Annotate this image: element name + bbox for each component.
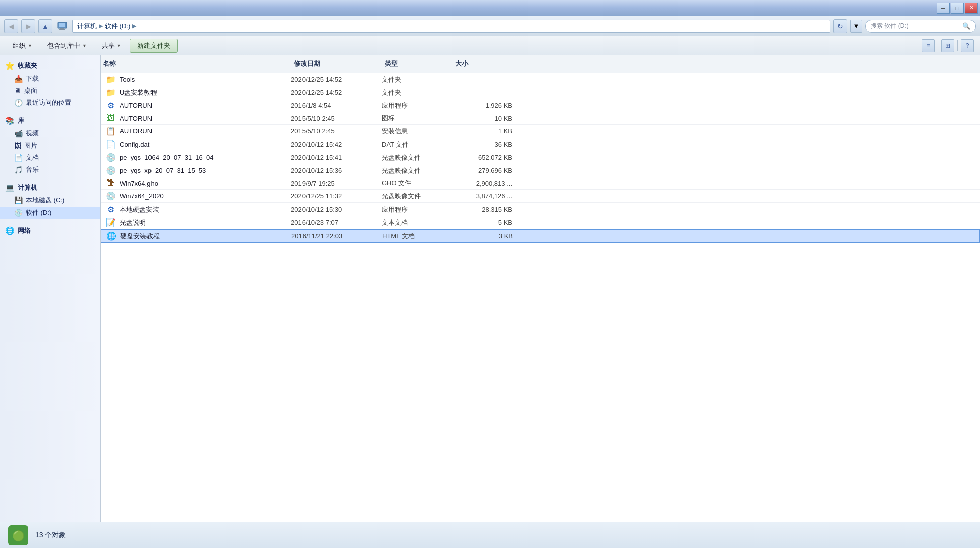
breadcrumb[interactable]: 计算机 ▶ 软件 (D:) ▶ (72, 20, 830, 33)
new-folder-button[interactable]: 新建文件夹 (130, 39, 178, 53)
maximize-button[interactable]: □ (951, 3, 964, 14)
file-size: 36 KB (452, 141, 522, 148)
sidebar-section-network: 🌐 网络 (0, 224, 100, 237)
help-button[interactable]: ? (961, 39, 974, 52)
sidebar-item-desktop[interactable]: 🖥 桌面 (0, 85, 100, 97)
desktop-icon: 🖥 (14, 87, 21, 95)
minimize-button[interactable]: ─ (937, 3, 950, 14)
table-row[interactable]: ⚙ 本地硬盘安装 2020/10/12 15:30 应用程序 28,315 KB (101, 203, 980, 216)
file-icon: ⚙ (105, 204, 117, 214)
sidebar-header-network[interactable]: 🌐 网络 (0, 224, 100, 237)
file-type: 文件夹 (382, 75, 452, 84)
file-name: U盘安装教程 (120, 88, 291, 97)
file-date: 2020/12/25 11:32 (291, 192, 382, 200)
table-row[interactable]: 📁 Tools 2020/12/25 14:52 文件夹 (101, 73, 980, 86)
table-row[interactable]: 💿 pe_yqs_1064_20_07_31_16_04 2020/10/12 … (101, 151, 980, 164)
downloads-icon: 📥 (14, 75, 23, 83)
share-arrow-icon: ▼ (117, 43, 121, 48)
table-row[interactable]: 🗜 Win7x64.gho 2019/9/7 19:25 GHO 文件 2,90… (101, 177, 980, 190)
sidebar-divider1 (4, 112, 96, 112)
status-icon: 🟢 (8, 525, 28, 545)
file-date: 2016/1/8 4:54 (291, 102, 382, 109)
computer-icon (55, 19, 69, 33)
file-name: Win7x64_2020 (120, 192, 291, 200)
breadcrumb-drive[interactable]: 软件 (D:) (105, 22, 130, 31)
table-row[interactable]: 💿 Win7x64_2020 2020/12/25 11:32 光盘映像文件 3… (101, 190, 980, 203)
file-icon: 📁 (105, 88, 117, 97)
refresh-button[interactable]: ↻ (833, 19, 847, 33)
favorites-icon: ⭐ (5, 61, 15, 71)
col-header-name[interactable]: 名称 (101, 58, 292, 70)
file-type: DAT 文件 (382, 140, 452, 149)
images-icon: 🖼 (14, 142, 21, 150)
sidebar-favorites-label: 收藏夹 (18, 61, 37, 71)
sidebar-header-computer[interactable]: 💻 计算机 (0, 181, 100, 194)
sidebar-header-favorites[interactable]: ⭐ 收藏夹 (0, 59, 100, 73)
file-icon: 💿 (105, 153, 117, 162)
col-header-size[interactable]: 大小 (453, 58, 523, 70)
sidebar-item-local-d[interactable]: 💿 软件 (D:) (0, 207, 100, 219)
file-type: 图标 (382, 114, 452, 123)
back-button[interactable]: ◀ (4, 19, 18, 33)
sidebar-item-images[interactable]: 🖼 图片 (0, 140, 100, 152)
address-dropdown-button[interactable]: ▼ (850, 20, 862, 33)
recent-icon: 🕐 (14, 99, 23, 107)
file-area: 名称 修改日期 类型 大小 📁 Tools 2020/12/25 14:52 文… (101, 55, 980, 522)
file-name: AUTORUN (120, 127, 291, 135)
file-type: 光盘映像文件 (382, 153, 452, 162)
file-icon: 🌐 (105, 231, 117, 241)
include-library-button[interactable]: 包含到库中 ▼ (41, 39, 93, 53)
sidebar-item-music[interactable]: 🎵 音乐 (0, 164, 100, 176)
table-row[interactable]: 💿 pe_yqs_xp_20_07_31_15_53 2020/10/12 15… (101, 164, 980, 177)
file-type: 光盘映像文件 (382, 166, 452, 175)
svg-text:🟢: 🟢 (12, 530, 25, 542)
table-row[interactable]: 🌐 硬盘安装教程 2016/11/21 22:03 HTML 文档 3 KB (101, 229, 980, 243)
file-date: 2020/10/12 15:42 (291, 141, 382, 148)
view-options-button[interactable]: ≡ (922, 39, 935, 52)
col-header-type[interactable]: 类型 (383, 58, 453, 70)
up-button[interactable]: ▲ (38, 19, 52, 33)
search-icon[interactable]: 🔍 (962, 22, 970, 30)
sidebar-item-local-c[interactable]: 💾 本地磁盘 (C:) (0, 194, 100, 207)
view-toggle-button[interactable]: ⊞ (941, 39, 954, 52)
file-name: 光盘说明 (120, 218, 291, 227)
col-header-date[interactable]: 修改日期 (292, 58, 383, 70)
file-name: Tools (120, 76, 291, 83)
table-row[interactable]: 📋 AUTORUN 2015/5/10 2:45 安装信息 1 KB (101, 125, 980, 138)
sidebar-item-video[interactable]: 📹 视频 (0, 127, 100, 140)
file-date: 2015/5/10 2:45 (291, 115, 382, 122)
organize-label: 组织 (13, 41, 26, 50)
file-name: pe_yqs_1064_20_07_31_16_04 (120, 154, 291, 161)
organize-arrow-icon: ▼ (28, 43, 32, 48)
music-label: 音乐 (26, 165, 39, 174)
close-button[interactable]: ✕ (965, 3, 978, 14)
table-row[interactable]: 📄 Config.dat 2020/10/12 15:42 DAT 文件 36 … (101, 138, 980, 151)
sidebar-header-library[interactable]: 📚 库 (0, 114, 100, 127)
share-button[interactable]: 共享 ▼ (95, 39, 128, 53)
col-size-label: 大小 (455, 60, 468, 67)
search-box[interactable]: 搜索 软件 (D:) 🔍 (865, 20, 976, 33)
file-size: 3,874,126 ... (452, 192, 522, 200)
sidebar-item-recent[interactable]: 🕐 最近访问的位置 (0, 97, 100, 109)
forward-button[interactable]: ▶ (21, 19, 35, 33)
file-size: 2,900,813 ... (452, 180, 522, 187)
sidebar-item-docs[interactable]: 📄 文档 (0, 152, 100, 164)
file-icon: 💿 (105, 191, 117, 201)
file-list-header: 名称 修改日期 类型 大小 (101, 55, 980, 73)
col-type-label: 类型 (385, 60, 398, 67)
file-name: 本地硬盘安装 (120, 205, 291, 214)
sidebar-divider2 (4, 179, 96, 179)
file-size: 10 KB (452, 115, 522, 122)
status-count: 13 个对象 (35, 531, 66, 540)
table-row[interactable]: 📝 光盘说明 2016/10/23 7:07 文本文档 5 KB (101, 216, 980, 229)
sidebar-item-downloads[interactable]: 📥 下载 (0, 73, 100, 85)
table-row[interactable]: 📁 U盘安装教程 2020/12/25 14:52 文件夹 (101, 86, 980, 99)
breadcrumb-computer[interactable]: 计算机 (77, 22, 97, 31)
organize-button[interactable]: 组织 ▼ (6, 39, 39, 53)
file-icon: 📝 (105, 218, 117, 227)
library-icon: 📚 (5, 116, 15, 125)
network-icon: 🌐 (5, 226, 15, 235)
table-row[interactable]: 🖼 AUTORUN 2015/5/10 2:45 图标 10 KB (101, 112, 980, 125)
toolbar-right: ≡ ⊞ ? (922, 39, 974, 52)
table-row[interactable]: ⚙ AUTORUN 2016/1/8 4:54 应用程序 1,926 KB (101, 99, 980, 112)
